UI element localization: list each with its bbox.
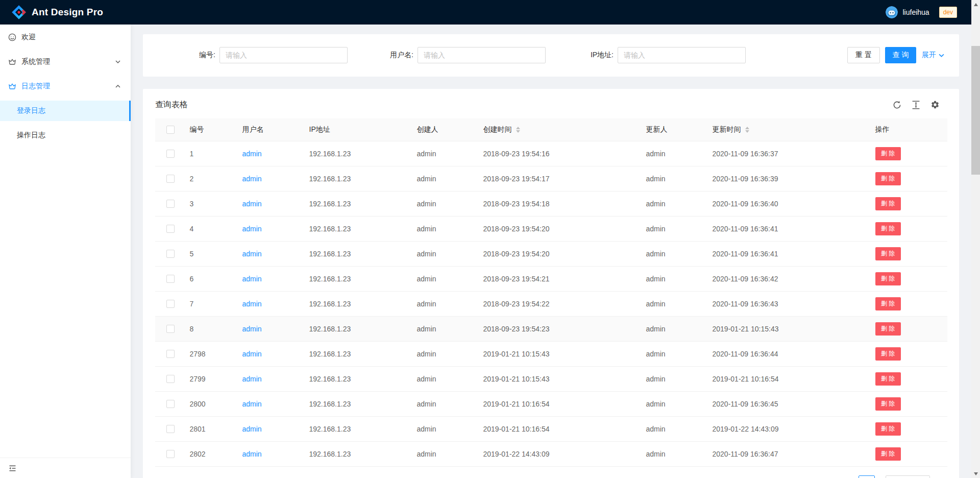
username-link[interactable]: admin xyxy=(242,300,262,308)
cell-update-time: 2020-11-09 16:36:44 xyxy=(704,341,867,366)
sidebar-item-welcome[interactable]: 欢迎 xyxy=(0,27,131,47)
select-all-checkbox[interactable] xyxy=(166,126,175,134)
delete-button[interactable]: 删 除 xyxy=(875,197,901,210)
sidebar-item-operation-log[interactable]: 操作日志 xyxy=(0,125,131,146)
reload-icon[interactable] xyxy=(893,101,901,109)
row-checkbox[interactable] xyxy=(166,350,175,358)
ip-field-label: IP地址: xyxy=(585,51,614,60)
table-row: 2802admin192.168.1.23admin2019-01-22 14:… xyxy=(155,441,947,466)
cell-id: 1 xyxy=(182,141,234,166)
row-checkbox[interactable] xyxy=(166,325,175,333)
delete-button[interactable]: 删 除 xyxy=(875,247,901,260)
row-checkbox[interactable] xyxy=(166,225,175,233)
cell-id: 2800 xyxy=(182,391,234,416)
cell-creator: admin xyxy=(409,166,475,191)
username-link[interactable]: admin xyxy=(242,275,262,283)
cell-id: 4 xyxy=(182,216,234,241)
column-header-update-time[interactable]: 更新时间 xyxy=(704,118,867,141)
cell-update-time: 2020-11-09 16:36:39 xyxy=(704,166,867,191)
cell-ip: 192.168.1.23 xyxy=(301,291,409,316)
username-link[interactable]: admin xyxy=(242,150,262,158)
delete-button[interactable]: 删 除 xyxy=(875,172,901,185)
expand-link[interactable]: 展开 xyxy=(922,47,944,63)
row-checkbox[interactable] xyxy=(166,275,175,283)
username-input[interactable] xyxy=(418,47,546,63)
reset-button[interactable]: 重 置 xyxy=(847,47,880,63)
table-row: 5admin192.168.1.23admin2018-09-23 19:54:… xyxy=(155,241,947,266)
ip-input[interactable] xyxy=(618,47,746,63)
row-checkbox[interactable] xyxy=(166,300,175,308)
username-link[interactable]: admin xyxy=(242,350,262,358)
caret-up-icon xyxy=(516,127,520,129)
scrollbar-thumb[interactable] xyxy=(971,46,980,175)
delete-button[interactable]: 删 除 xyxy=(875,272,901,285)
column-header-ip: IP地址 xyxy=(301,118,409,141)
username-link[interactable]: admin xyxy=(242,225,262,233)
user-avatar[interactable] xyxy=(886,6,898,18)
cell-ip: 192.168.1.23 xyxy=(301,416,409,441)
cell-ip: 192.168.1.23 xyxy=(301,216,409,241)
cell-updater: admin xyxy=(638,341,704,366)
caret-down-icon xyxy=(516,130,520,133)
row-checkbox[interactable] xyxy=(166,150,175,158)
cell-creator: admin xyxy=(409,366,475,391)
cell-updater: admin xyxy=(638,266,704,291)
delete-button[interactable]: 删 除 xyxy=(875,397,901,411)
id-input[interactable] xyxy=(219,47,348,63)
menu-fold-icon[interactable] xyxy=(8,464,17,472)
row-checkbox[interactable] xyxy=(166,200,175,208)
cell-creator: admin xyxy=(409,191,475,216)
sidebar-item-label: 欢迎 xyxy=(21,33,36,42)
delete-button[interactable]: 删 除 xyxy=(875,222,901,235)
settings-gear-icon[interactable] xyxy=(930,100,940,109)
row-checkbox[interactable] xyxy=(166,250,175,258)
username-link[interactable]: admin xyxy=(242,375,262,383)
cell-creator: admin xyxy=(409,216,475,241)
scrollbar-down-arrow-icon[interactable] xyxy=(971,469,980,478)
delete-button[interactable]: 删 除 xyxy=(875,147,901,160)
cell-create-time: 2019-01-21 10:16:54 xyxy=(475,391,638,416)
username-link[interactable]: admin xyxy=(242,250,262,258)
delete-button[interactable]: 删 除 xyxy=(875,297,901,310)
cell-update-time: 2019-01-21 10:16:54 xyxy=(704,366,867,391)
smile-icon xyxy=(8,33,16,41)
row-checkbox[interactable] xyxy=(166,375,175,383)
cell-create-time: 2018-09-23 19:54:16 xyxy=(475,141,638,166)
username-link[interactable]: admin xyxy=(242,400,262,408)
delete-button[interactable]: 删 除 xyxy=(875,372,901,386)
cell-update-time: 2020-11-09 16:36:41 xyxy=(704,216,867,241)
env-badge: dev xyxy=(939,7,957,18)
username-link[interactable]: admin xyxy=(242,450,262,458)
query-button[interactable]: 查 询 xyxy=(885,47,916,63)
sidebar-item-login-log[interactable]: 登录日志 xyxy=(0,101,131,121)
row-checkbox[interactable] xyxy=(166,400,175,408)
search-form-card: 编号: 用户名: IP地址: 重 置 查 询 展开 xyxy=(143,34,959,77)
delete-button[interactable]: 删 除 xyxy=(875,322,901,336)
user-name[interactable]: liufeihua xyxy=(902,8,929,16)
cell-ip: 192.168.1.23 xyxy=(301,191,409,216)
username-link[interactable]: admin xyxy=(242,200,262,208)
username-link[interactable]: admin xyxy=(242,175,262,183)
scrollbar-up-arrow-icon[interactable] xyxy=(971,0,980,9)
table-row: 2799admin192.168.1.23admin2019-01-21 10:… xyxy=(155,366,947,391)
row-checkbox[interactable] xyxy=(166,175,175,183)
username-link[interactable]: admin xyxy=(242,325,262,333)
app-logo[interactable]: Ant Design Pro xyxy=(11,5,103,20)
delete-button[interactable]: 删 除 xyxy=(875,347,901,361)
row-checkbox[interactable] xyxy=(166,425,175,433)
page-1-button[interactable] xyxy=(859,475,875,478)
column-height-icon[interactable] xyxy=(912,101,920,109)
cell-creator: admin xyxy=(409,441,475,466)
username-field-label: 用户名: xyxy=(387,51,413,60)
row-checkbox[interactable] xyxy=(166,450,175,458)
username-link[interactable]: admin xyxy=(242,425,262,433)
column-header-create-time[interactable]: 创建时间 xyxy=(475,118,638,141)
pagination xyxy=(143,475,959,478)
sidebar-item-log-management[interactable]: 日志管理 xyxy=(0,76,131,97)
sidebar-item-system-management[interactable]: 系统管理 xyxy=(0,52,131,72)
delete-button[interactable]: 删 除 xyxy=(875,447,901,461)
cell-updater: admin xyxy=(638,166,704,191)
page-size-select[interactable] xyxy=(886,475,930,478)
main-content: 编号: 用户名: IP地址: 重 置 查 询 展开 查询表格 xyxy=(131,25,971,478)
delete-button[interactable]: 删 除 xyxy=(875,422,901,436)
